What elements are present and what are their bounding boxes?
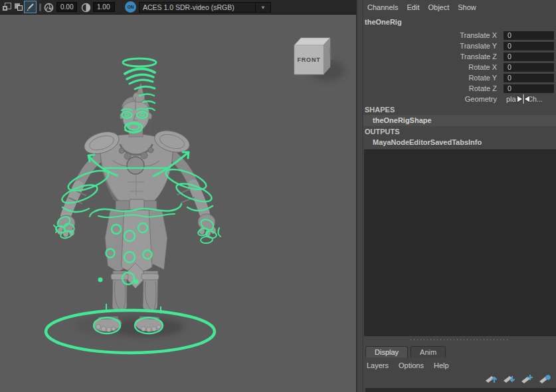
channel-box-panel: Channels Edit Object Show theOneRig Tran… — [363, 0, 556, 392]
layer-editor-tabs: Display Anim — [363, 346, 556, 357]
channel-label[interactable]: Rotate Y — [363, 74, 497, 82]
channel-value-input[interactable]: 0 — [504, 42, 554, 50]
menu-show[interactable]: Show — [458, 3, 476, 11]
shapes-header: SHAPES — [363, 104, 556, 115]
channel-row: Translate Y0 — [363, 41, 556, 51]
resize-cursor-icon — [515, 93, 531, 105]
overlap-squares-icon[interactable] — [13, 1, 23, 12]
layer-list-empty-area — [365, 388, 556, 392]
shape-node-row[interactable]: theOneRigShape — [363, 115, 556, 126]
viewport-pane: 0.00 1.00 ON ACES 1.0 SDR-video (sRGB) ▼ — [0, 0, 356, 392]
layer-editor-menubar: Layers Options Help — [363, 359, 556, 371]
channel-label[interactable]: Rotate Z — [363, 84, 497, 92]
maya-window: 0.00 1.00 ON ACES 1.0 SDR-video (sRGB) ▼ — [0, 0, 556, 392]
channel-row: Rotate Y0 — [363, 72, 556, 83]
toolbar-separator — [39, 3, 41, 11]
view-transform-value: ACES 1.0 SDR-video (sRGB) — [139, 3, 255, 12]
outputs-header: OUTPUTS — [363, 126, 556, 137]
gamma-contrast-icon[interactable] — [80, 2, 91, 13]
color-management-on-badge[interactable]: ON — [125, 1, 136, 13]
panel-splitter[interactable] — [356, 0, 363, 392]
channel-label[interactable]: Geometry — [363, 95, 497, 103]
channel-label[interactable]: Translate X — [363, 31, 497, 39]
channel-label[interactable]: Translate Y — [363, 42, 497, 50]
channel-label[interactable]: Translate Z — [363, 52, 497, 60]
move-layer-down-button[interactable] — [502, 374, 516, 385]
viewport-toolbar: 0.00 1.00 ON ACES 1.0 SDR-video (sRGB) ▼ — [0, 0, 356, 15]
dropdown-arrow-icon[interactable]: ▼ — [255, 3, 270, 12]
viewport-3d[interactable]: FRONT RIGHT — [0, 15, 356, 392]
channel-box-menubar: Channels Edit Object Show — [363, 0, 556, 15]
view-cube[interactable]: FRONT RIGHT — [294, 38, 345, 81]
channel-row: Translate Z0 — [363, 51, 556, 62]
channel-box-empty-area — [364, 149, 556, 336]
layered-squares-icon[interactable] — [1, 1, 12, 12]
tab-anim[interactable]: Anim — [411, 346, 446, 357]
channel-list: Translate X0 Translate Y0 Translate Z0 R… — [363, 30, 556, 104]
channel-value-input[interactable]: 0 — [504, 52, 554, 61]
channel-value-input[interactable]: 0 — [504, 31, 554, 40]
lightpen-icon[interactable] — [24, 1, 37, 13]
aperture-icon[interactable] — [43, 2, 54, 13]
channel-value-input[interactable]: 0 — [504, 63, 554, 72]
output-node-row[interactable]: MayaNodeEditorSavedTabsInfo — [363, 137, 556, 148]
tab-display[interactable]: Display — [365, 346, 408, 357]
channel-label[interactable]: Rotate X — [363, 63, 497, 71]
exposure-input[interactable]: 0.00 — [56, 2, 77, 12]
channel-row: Translate X0 — [363, 30, 556, 41]
channel-row: Rotate X0 — [363, 62, 556, 72]
menu-help[interactable]: Help — [434, 361, 449, 369]
create-empty-layer-button[interactable] — [520, 374, 534, 385]
menu-object[interactable]: Object — [428, 3, 449, 11]
gamma-input[interactable]: 1.00 — [93, 2, 115, 12]
channel-row-geometry: Geometry plaCh... — [363, 94, 556, 104]
menu-options[interactable]: Options — [399, 361, 424, 369]
menu-edit[interactable]: Edit — [407, 3, 419, 11]
channel-row: Rotate Z0 — [363, 83, 556, 94]
channel-value-input[interactable]: 0 — [504, 84, 554, 93]
menu-layers[interactable]: Layers — [367, 361, 389, 369]
channel-value-input[interactable]: 0 — [504, 74, 554, 82]
pane-drag-handle[interactable]: ······························ — [363, 336, 556, 343]
view-cube-front-label: FRONT — [298, 56, 321, 63]
viewport-canvas[interactable]: FRONT RIGHT — [0, 15, 356, 392]
node-name[interactable]: theOneRig — [363, 18, 556, 28]
create-layer-from-selected-button[interactable] — [538, 374, 552, 385]
menu-channels[interactable]: Channels — [367, 3, 398, 11]
view-transform-select[interactable]: ACES 1.0 SDR-video (sRGB) ▼ — [139, 2, 271, 13]
layer-editor-buttons — [363, 373, 556, 386]
character-model — [57, 83, 216, 333]
move-layer-up-button[interactable] — [484, 374, 498, 385]
